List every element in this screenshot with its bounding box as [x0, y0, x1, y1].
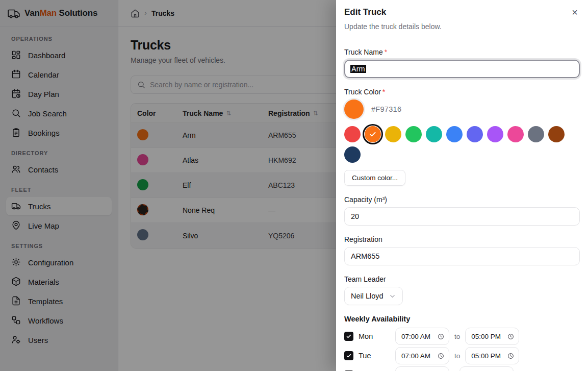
- color-swatch[interactable]: [446, 126, 463, 142]
- color-preview-circle: [344, 100, 364, 119]
- custom-color-button[interactable]: Custom color...: [344, 170, 405, 186]
- availability-row-partial: [344, 366, 580, 371]
- required-asterisk: *: [382, 88, 385, 96]
- color-swatch[interactable]: [467, 126, 483, 142]
- truck-color-label: Truck Color*: [344, 88, 580, 96]
- chevron-down-icon: [389, 292, 396, 300]
- color-swatch[interactable]: [344, 126, 361, 142]
- end-time-input[interactable]: 05:00 PM: [465, 328, 519, 345]
- day-label: Mon: [353, 332, 395, 340]
- color-swatch[interactable]: [426, 126, 442, 142]
- check-icon: [365, 126, 381, 142]
- team-leader-select[interactable]: Neil Lloyd: [344, 287, 403, 305]
- modal-backdrop[interactable]: [0, 0, 336, 371]
- registration-label: Registration: [344, 235, 580, 243]
- start-time-input[interactable]: [395, 366, 449, 371]
- team-leader-value: Neil Lloyd: [351, 292, 384, 300]
- clock-icon: [507, 353, 514, 359]
- required-asterisk: *: [385, 48, 387, 56]
- day-label: Tue: [353, 352, 395, 360]
- truck-name-label: Truck Name*: [344, 48, 580, 56]
- clock-icon: [507, 333, 514, 340]
- truck-name-input[interactable]: Arm: [344, 60, 580, 78]
- capacity-label: Capacity (m³): [344, 195, 580, 204]
- drawer-title: Edit Truck: [344, 7, 386, 17]
- start-time-input[interactable]: 07:00 AM: [395, 328, 449, 345]
- availability-row-mon: Mon 07:00 AM to 05:00 PM: [344, 328, 580, 345]
- color-swatch[interactable]: [344, 146, 361, 163]
- color-swatch[interactable]: [528, 126, 544, 142]
- to-text: to: [454, 333, 460, 340]
- color-hex-value: #F97316: [371, 105, 401, 113]
- color-swatch[interactable]: [548, 126, 565, 142]
- weekly-availability-label: Weekly Availability: [344, 315, 580, 323]
- color-swatch-selected[interactable]: [365, 126, 381, 142]
- start-time-input[interactable]: 07:00 AM: [395, 347, 449, 364]
- color-swatch[interactable]: [405, 126, 422, 142]
- color-swatch[interactable]: [487, 126, 503, 142]
- selected-input-text: Arm: [350, 65, 366, 73]
- capacity-input[interactable]: 20: [344, 207, 580, 226]
- color-swatch[interactable]: [507, 126, 524, 142]
- registration-input[interactable]: ARM655: [344, 247, 580, 265]
- close-icon[interactable]: ×: [570, 7, 580, 17]
- color-swatch[interactable]: [385, 126, 401, 142]
- edit-truck-drawer: Edit Truck × Update the truck details be…: [336, 0, 588, 371]
- clock-icon: [438, 353, 444, 359]
- color-palette: [344, 126, 569, 163]
- day-checkbox[interactable]: [344, 351, 353, 360]
- day-checkbox[interactable]: [344, 332, 353, 341]
- to-text: to: [454, 352, 460, 360]
- drawer-subtitle: Update the truck details below.: [344, 22, 580, 31]
- availability-row-tue: Tue 07:00 AM to 05:00 PM: [344, 347, 580, 364]
- team-leader-label: Team Leader: [344, 275, 580, 283]
- clock-icon: [438, 333, 444, 340]
- end-time-input[interactable]: 05:00 PM: [465, 347, 519, 364]
- end-time-input[interactable]: [459, 366, 514, 371]
